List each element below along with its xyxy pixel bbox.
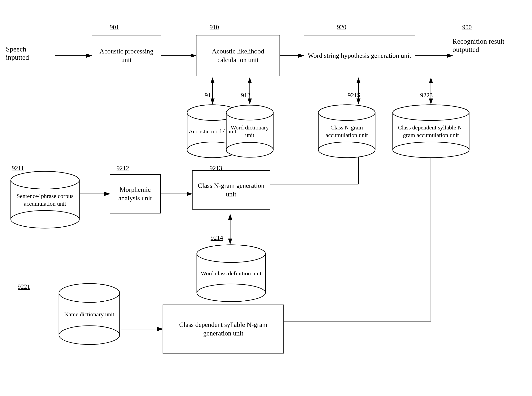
ref-9223: 9223 (420, 92, 433, 99)
ref-910: 910 (210, 23, 219, 31)
class-ngram-accum-cylinder: Class N-gram accumulation unit (317, 104, 376, 159)
svg-point-49 (11, 171, 79, 189)
recognition-result-label: Recognition result outputted (452, 37, 527, 54)
svg-point-36 (318, 142, 375, 158)
svg-point-61 (59, 284, 120, 302)
svg-point-43 (393, 105, 469, 120)
morphemic-analysis-box: Morphemic analysis unit (110, 174, 161, 214)
svg-point-42 (393, 142, 469, 158)
class-dep-syl-ngram-accum-cylinder: Class dependent syllable N-gram accumula… (392, 104, 470, 159)
word-string-box: Word string hypothesis generation unit (304, 35, 415, 76)
ref-911: 911 (205, 92, 214, 99)
speech-inputted-label: Speech inputted (6, 45, 51, 62)
svg-point-60 (59, 326, 120, 344)
svg-point-48 (11, 210, 79, 228)
ref-901: 901 (110, 23, 119, 31)
class-dep-syl-ngram-gen-box: Class dependent syllable N-gram generati… (163, 304, 284, 354)
ref-900: 900 (462, 23, 472, 31)
ref-9215: 9215 (348, 92, 360, 99)
sentence-phrase-corpus-cylinder: Sentence/ phrase corpus accumulation uni… (10, 170, 80, 229)
ref-9212: 9212 (117, 164, 129, 172)
svg-point-31 (226, 105, 273, 120)
svg-point-54 (197, 284, 265, 302)
name-dictionary-cylinder: Name dictionary unit (58, 283, 121, 345)
ref-912: 912 (241, 92, 250, 99)
acoustic-processing-box: Acoustic processing unit (92, 35, 161, 76)
ref-9214: 9214 (210, 234, 223, 241)
svg-point-30 (226, 142, 273, 157)
class-ngram-gen-box: Class N-gram generation unit (192, 170, 270, 210)
word-class-def-cylinder: Word class definition unit (196, 244, 266, 303)
svg-point-55 (197, 245, 265, 262)
acoustic-likelihood-box: Acoustic likelihood calculation unit (196, 35, 280, 76)
ref-920: 920 (337, 23, 346, 31)
svg-point-37 (318, 105, 375, 120)
word-dictionary-cylinder: Word dictionary unit (225, 104, 274, 159)
ref-9221: 9221 (18, 283, 30, 290)
